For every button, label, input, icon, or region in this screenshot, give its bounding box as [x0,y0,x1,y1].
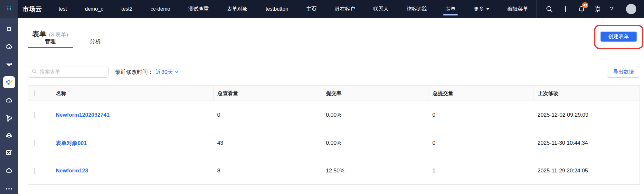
column-header-submit-rate: 提交率 [322,86,429,101]
sidebar-funnel-trend-icon[interactable] [5,61,13,68]
column-header-total-views: 总查看量 [213,86,322,101]
search-input[interactable] [40,69,106,75]
sidebar-support-headset-icon[interactable] [5,131,13,139]
cell-total-submissions: 0 [429,112,534,118]
tab-manage[interactable]: 管理 [28,35,73,48]
cell-total-submissions: 1 [429,168,534,174]
column-header-last-modified: 上次修改 [534,86,639,101]
cell-last-modified: 2025-12-02 09:29:09 [534,112,639,118]
notification-count-badge: 43 [582,2,588,8]
cell-total-submissions: 0 [429,140,534,146]
nav-item-contacts[interactable]: 联系人 [373,0,389,18]
cell-submit-rate: 12.50% [322,168,429,174]
row-checkbox[interactable] [34,168,35,174]
topbar: 市场云 test demo_c test2 cc-demo 测试查重 表单对象 … [0,0,644,18]
filter-label: 最近修改时间： [115,68,153,76]
nav-item-form-object[interactable]: 表单对象 [227,0,248,18]
nav-item-more[interactable]: 更多 [474,0,489,18]
table-row: Newform1202092741 0 0.00% 0 2025-12-02 0… [28,101,639,129]
create-form-button[interactable]: 创建表单 [601,32,637,42]
forms-table: 名称 总查看量 提交率 总提交量 上次修改 Newform1202092741 … [28,85,640,185]
nav-item-demo-c[interactable]: demo_c [85,0,103,18]
cell-last-modified: 2025-11-30 10:44:34 [534,140,639,146]
help-icon[interactable]: ? [610,5,618,13]
nav-item-test2[interactable]: test2 [121,0,133,18]
table-header-row: 名称 总查看量 提交率 总提交量 上次修改 [28,86,639,101]
nav-item-test[interactable]: test [59,0,67,18]
modified-time-filter: 最近修改时间： 近30天 [115,66,179,78]
app-launcher-button[interactable] [0,0,18,18]
nav-item-cc-demo[interactable]: cc-demo [150,0,170,18]
megaphone-icon [5,78,13,86]
caret-down-icon [486,8,489,10]
sidebar-task-check-icon[interactable] [5,149,13,156]
row-checkbox[interactable] [34,112,35,118]
cell-total-views: 0 [213,112,322,118]
sidebar-hand-truck-icon[interactable] [5,114,13,122]
top-navigation: test demo_c test2 cc-demo 测试查重 表单对象 test… [59,0,528,18]
sidebar-settings-gear-icon[interactable] [5,25,13,33]
column-header-name: 名称 [52,86,213,101]
nav-item-dedup-test[interactable]: 测试查重 [188,0,209,18]
nav-item-visitor-tracking[interactable]: 访客追踪 [407,0,427,18]
sidebar-cloud-icon[interactable] [5,43,13,51]
tabs-divider [28,48,640,48]
table-row: 表单对象001 43 0.00% 0 2025-11-30 10:44:34 [28,129,639,157]
cell-last-modified: 2025-11-29 20:24:05 [534,168,639,174]
filter-value-dropdown[interactable]: 近30天 [156,68,179,76]
nav-item-home[interactable]: 主页 [306,0,317,18]
form-name-link[interactable]: 表单对象001 [56,140,87,146]
nav-item-forms-active[interactable]: 表单 [445,0,456,18]
chevron-down-icon [175,70,179,74]
column-header-total-submissions: 总提交量 [429,86,534,101]
cell-total-views: 8 [213,168,322,174]
notifications-bell-icon[interactable]: 43 [578,5,585,13]
nav-item-leads[interactable]: 潜在客户 [335,0,355,18]
select-all-checkbox[interactable] [34,90,35,96]
export-data-button[interactable]: 导出数据 [607,66,640,78]
form-search-box[interactable] [28,66,109,78]
cell-submit-rate: 0.00% [322,112,429,118]
settings-gear-icon[interactable] [594,5,601,13]
topbar-actions: 43 ? [536,0,644,18]
nav-item-testbutton[interactable]: testbutton [266,0,288,18]
cell-total-views: 43 [213,140,322,146]
nav-item-edit-menu[interactable]: 编辑菜单 [507,0,528,18]
sidebar-more-icon[interactable] [6,188,12,189]
sidebar-cloud-icon-3[interactable] [5,167,13,175]
form-name-link[interactable]: Newform1202092741 [56,112,109,118]
cell-submit-rate: 0.00% [322,140,429,146]
brand-title: 市场云 [23,5,42,14]
sidebar-cloud-icon-2[interactable] [5,97,13,104]
sidebar-megaphone-campaign-active[interactable] [3,76,15,88]
row-checkbox[interactable] [34,140,35,146]
tabs: 管理 分析 [28,35,118,48]
app-grid-icon [5,4,14,14]
user-avatar[interactable] [626,4,636,14]
form-name-link[interactable]: Newform123 [56,168,88,174]
table-row: Newform123 8 12.50% 1 2025-11-29 20:24:0… [28,157,639,185]
tab-analyze[interactable]: 分析 [73,35,118,48]
search-icon-small [32,69,37,75]
plus-icon[interactable] [562,5,569,13]
main-content: 表单(3 表单) 创建表单 管理 分析 最近修改时间： 近30天 导出数据 名称… [18,18,644,194]
sidebar [0,18,18,194]
search-icon[interactable] [545,5,553,13]
